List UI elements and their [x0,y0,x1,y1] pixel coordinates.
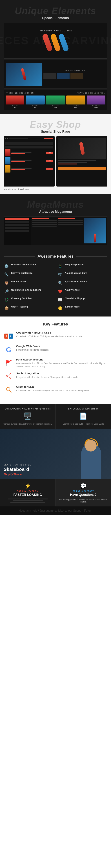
detail-img [58,138,106,159]
list-info-2 [12,160,45,162]
info-price-2 [12,161,25,162]
svg-point-0 [10,374,11,375]
mega-subtitle: Attractive Megamenu [4,210,107,214]
key-seo-text: Great for SEO Coded with SEO in mind mak… [16,385,91,392]
key-html5-text: Coded with HTML5 & CSS3 Coded with HTML5… [16,331,82,338]
key-google-fonts: G Google Web Fonts Fonts from google fon… [4,344,107,354]
feature-responsive-label: Fully Responsive [65,263,84,266]
support-right-desc: Learn how to use SURFR from our User Gui… [59,423,109,426]
mega-sidebar-item-4 [5,230,29,232]
hero-text: SKATE NOW IN STYLE Skateboard Shopify Th… [4,464,31,476]
support-right-tag: EXTENSIVE Documentation [59,408,109,410]
hero-collection-title: TRENDING COLLECTION [39,30,72,32]
product-name-3: Board Green [46,105,65,106]
feature-responsive: 📱 Fully Responsive [57,263,107,269]
feature-wishlist-text: Ajax Wishlist [65,288,80,291]
feature-powerful-admin: ⚙️ Powerful Admin Panel [4,263,54,269]
features-grid: ⚙️ Powerful Admin Panel 📱 Fully Responsi… [4,263,107,311]
thumb3 [70,73,83,79]
awesome-header: Awesome Features [4,254,107,259]
section-easy-shop: Easy Shop Special Shop Page [0,114,111,194]
search-svg [5,386,12,393]
bottom-right: 💬 Friendly Support Have Questions? We ar… [56,479,111,506]
board-img-left [21,68,27,81]
add-btn-2[interactable]: ADD [46,160,53,162]
info-price-1 [12,153,25,154]
easy-big-title: Easy Shop [4,119,107,130]
list-thumb-2 [5,157,10,164]
list-info-3 [12,168,45,170]
currency-icon: 💱 [4,297,9,303]
doc-icon-wrap: 📄 [79,412,88,421]
feature-ajax-cart-text: Ajax Shopping Cart [65,272,87,275]
feature-owl-text: Owl carousel [11,280,26,283]
feature-responsive-text: Fully Responsive [65,263,84,266]
feature-quick-shop-text: Quick Shop & Cloud Zoom [11,288,41,291]
key-seo: Great for SEO Coded with SEO in mind mak… [4,385,107,395]
products-mini-row: Board Red $89 Board Blue $99 Board Green… [6,95,105,108]
collection-left-img [6,63,42,86]
key-seo-desc: Coded with SEO in mind make your website… [16,389,91,392]
thumb2 [57,73,70,79]
owl-icon: 🦉 [4,280,9,286]
css3-badge: 3 [9,334,13,339]
monitor-icon: 🖥️ [24,412,32,420]
feature-newsletter-label: Newsletter Popup [65,297,85,300]
person-head [85,440,97,453]
product-name-1: Board Red [6,105,24,106]
mega-sidebar-active [5,218,29,220]
feature-more: 😊 & Much More! [57,305,107,311]
section-awesome: Awesome Features ⚙️ Powerful Admin Panel… [0,249,111,316]
product-name-2: Board Blue [26,105,45,106]
product-list: ADD ADD ADD [5,149,53,173]
key-seo-name: Great for SEO [16,385,91,388]
shop-detail-view [57,136,107,187]
speed-icon: ⚡ [3,483,53,489]
nav-cart [44,138,53,139]
detail-add-btn[interactable] [58,166,106,170]
feature-more-text: & Much More! [65,305,80,308]
mega-col-1 [32,218,57,243]
mega-col-item-3 [32,224,57,225]
feature-ajax-cart-label: Ajax Shopping Cart [65,272,87,274]
key-social-text: Social Integration Integrated with all s… [16,372,79,379]
bottom-right-tag: Friendly Support [59,490,109,492]
mega-col-2 [58,218,83,243]
feature-customize-label: Easy To Customize [11,272,32,274]
product-price-5: $119 [87,106,105,108]
mega-sidebar-item-3 [5,227,29,229]
feature-currency-label: Currency Switcher [11,297,32,300]
bar-3 [10,502,45,503]
product-img-2 [26,95,45,104]
add-btn-3[interactable]: ADD [46,168,53,170]
product-img-5 [87,95,105,104]
monitor-icon-wrap: 🖥️ [23,412,32,421]
key-fontawesome: 🚩 Font-Awesome Icons Awesome collection … [4,358,107,368]
mega-big-title: MegaMenus [4,199,107,210]
document-icon: 📄 [79,412,87,420]
section-unique: Unique Elements Special Elements PIECES … [0,0,111,114]
mega-content [31,217,107,245]
mega-col-item-6 [58,222,83,223]
thumb-row [43,73,105,79]
section-hero: SKATE NOW IN STYLE Skateboard Shopify Th… [0,429,111,479]
headphones-icon [85,438,98,445]
awesome-title: Awesome Features [38,254,73,259]
share-svg [5,373,12,379]
add-btn-1[interactable]: ADD [46,152,53,154]
bottom-left-title: FASTER LOADING [3,493,53,497]
product-price-4: $109 [66,106,85,108]
list-item-2: ADD [5,157,53,164]
feature-powerful-label: Powerful Admin Panel [11,263,36,266]
seo-icon-wrap [4,385,14,395]
feature-filters-label: Ajax Product Filters [65,280,87,283]
product-img-1 [6,95,24,104]
key-header: Key Features [4,322,107,327]
person-body [81,443,101,479]
detail-board [79,142,85,155]
key-html5: 5 3 Coded with HTML5 & CSS3 Coded with H… [4,331,107,341]
bottom-right-title: Have Questions? [59,493,109,497]
trending-label: TRENDING COLLECTION [6,92,34,94]
info-price-3 [12,169,25,170]
feature-filters: 🔍 Ajax Product Filters [57,280,107,286]
